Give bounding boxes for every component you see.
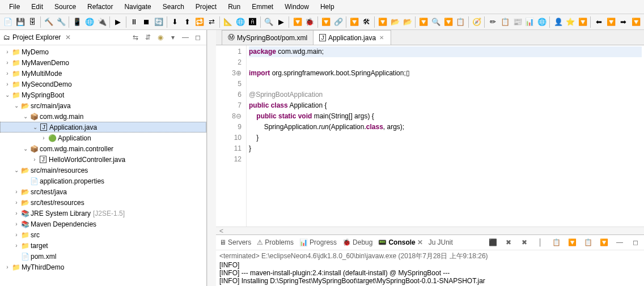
tree-node[interactable]: ›📁MyMultiMode bbox=[0, 68, 206, 79]
expand-icon[interactable]: ⌄ bbox=[12, 167, 20, 173]
console-toolbar-icon[interactable]: ⬛ bbox=[488, 237, 498, 247]
toolbar-button-30[interactable]: 🔽 bbox=[418, 16, 430, 28]
menu-help[interactable]: Help bbox=[315, 1, 340, 12]
toolbar-button-8[interactable]: ▶ bbox=[112, 16, 124, 28]
horizontal-scrollbar[interactable]: < bbox=[216, 227, 644, 234]
toolbar-button-22[interactable]: 🐞 bbox=[304, 16, 316, 28]
toolbar-button-39[interactable]: 🌐 bbox=[536, 16, 548, 28]
expand-icon[interactable]: ⌄ bbox=[22, 146, 29, 152]
expand-icon[interactable]: › bbox=[40, 135, 48, 141]
toolbar-button-19[interactable]: 🔍 bbox=[263, 16, 275, 28]
toolbar-button-44[interactable]: 🔽 bbox=[605, 16, 617, 28]
toolbar-button-5[interactable]: 📱 bbox=[71, 16, 83, 28]
expand-icon[interactable]: ⌄ bbox=[31, 124, 39, 130]
source-text[interactable]: package com.wdg.main;import org.springfr… bbox=[247, 45, 644, 227]
bottom-tab-junit[interactable]: JuJUnit bbox=[429, 238, 453, 246]
expand-icon[interactable]: ⌄ bbox=[3, 92, 11, 98]
tree-node[interactable]: ›📁MyMavenDemo bbox=[0, 57, 206, 68]
collapse-all-icon[interactable]: ⇆ bbox=[130, 32, 141, 42]
tree-node[interactable]: ›📁src bbox=[0, 229, 206, 240]
expand-icon[interactable]: › bbox=[12, 210, 20, 216]
expand-icon[interactable]: › bbox=[3, 264, 11, 270]
editor-tab[interactable]: 🄹Application.java✕ bbox=[313, 30, 391, 45]
tree-node[interactable]: ⌄📁MySpringBoot bbox=[0, 89, 206, 100]
bottom-tab-problems[interactable]: ⚠Problems bbox=[257, 238, 294, 246]
menu-file[interactable]: File bbox=[3, 1, 26, 12]
toolbar-button-7[interactable]: 🔌 bbox=[96, 16, 108, 28]
console-toolbar-icon[interactable]: 📋 bbox=[551, 237, 561, 247]
expand-icon[interactable]: › bbox=[12, 189, 20, 195]
project-tree[interactable]: ›📁MyDemo›📁MyMavenDemo›📁MyMultiMode›📁MySe… bbox=[0, 45, 206, 286]
menu-emmet[interactable]: Emmet bbox=[246, 1, 279, 12]
bottom-tab-console[interactable]: 📟Console ✕ bbox=[378, 238, 422, 246]
console-output[interactable]: <terminated> E:\eclipseNeon4.6\jdk1.8.0_… bbox=[216, 250, 644, 286]
toolbar-button-27[interactable]: 🔽 bbox=[377, 16, 389, 28]
toolbar-button-3[interactable]: 🔨 bbox=[43, 16, 55, 28]
expand-icon[interactable]: › bbox=[12, 221, 20, 227]
bottom-tab-servers[interactable]: 🖥Servers bbox=[219, 238, 251, 246]
tree-node[interactable]: ›📁target bbox=[0, 240, 206, 251]
tree-node[interactable]: ⌄📂src/main/java bbox=[0, 100, 206, 111]
toolbar-button-15[interactable]: ⇄ bbox=[206, 16, 218, 28]
console-toolbar-icon[interactable]: ✖ bbox=[503, 237, 514, 247]
toolbar-button-6[interactable]: 🌐 bbox=[84, 16, 96, 28]
bottom-tab-progress[interactable]: 📊Progress bbox=[299, 238, 337, 246]
tree-node[interactable]: ›📁MySecondDemo bbox=[0, 79, 206, 89]
console-toolbar-icon[interactable]: ― bbox=[615, 237, 625, 247]
tree-node[interactable]: ⌄📂src/main/resources bbox=[0, 165, 206, 176]
console-toolbar-icon[interactable]: 🔽 bbox=[599, 237, 609, 247]
toolbar-button-29[interactable]: 📂 bbox=[401, 16, 413, 28]
expand-icon[interactable]: › bbox=[3, 59, 11, 66]
toolbar-button-1[interactable]: 💾 bbox=[15, 16, 27, 28]
console-toolbar-icon[interactable]: ✖ bbox=[519, 237, 529, 247]
expand-icon[interactable]: › bbox=[12, 232, 20, 238]
menu-edit[interactable]: Edit bbox=[26, 1, 49, 12]
tree-node[interactable]: ⌄🄹Application.java bbox=[0, 122, 206, 133]
close-view-icon[interactable]: ✕ bbox=[65, 33, 71, 41]
view-menu-icon[interactable]: ▾ bbox=[168, 32, 178, 42]
toolbar-button-31[interactable]: 🔍 bbox=[430, 16, 442, 28]
toolbar-button-13[interactable]: ⬆ bbox=[181, 16, 193, 28]
toolbar-button-40[interactable]: 👤 bbox=[552, 16, 564, 28]
toolbar-button-24[interactable]: 🔗 bbox=[332, 16, 344, 28]
toolbar-button-9[interactable]: ⏸ bbox=[129, 16, 141, 28]
menu-run[interactable]: Run bbox=[222, 1, 246, 12]
toolbar-button-17[interactable]: 🌐 bbox=[235, 16, 247, 28]
toolbar-button-4[interactable]: 🔧 bbox=[56, 16, 67, 28]
expand-icon[interactable]: ⌄ bbox=[12, 103, 20, 109]
maximize-icon[interactable]: ◻ bbox=[193, 32, 203, 42]
filter-icon[interactable]: ◉ bbox=[155, 32, 166, 42]
toolbar-button-2[interactable]: 🗄 bbox=[27, 16, 39, 28]
toolbar-button-25[interactable]: 🔽 bbox=[349, 16, 361, 28]
code-editor[interactable]: 123⊕5678⊖9101112 package com.wdg.main;im… bbox=[216, 45, 644, 227]
menu-refactor[interactable]: Refactor bbox=[82, 1, 118, 12]
toolbar-button-20[interactable]: ▶ bbox=[276, 16, 287, 28]
toolbar-button-10[interactable]: ⏹ bbox=[141, 16, 152, 28]
console-toolbar-icon[interactable]: 📋 bbox=[583, 237, 593, 247]
console-toolbar-icon[interactable]: ◻ bbox=[630, 237, 641, 247]
toolbar-button-37[interactable]: 📰 bbox=[511, 16, 523, 28]
tree-node[interactable]: ›📂src/test/resources bbox=[0, 197, 206, 208]
tree-node[interactable]: 📄application.properties bbox=[0, 176, 206, 186]
toolbar-button-11[interactable]: 🔄 bbox=[153, 16, 165, 28]
tree-node[interactable]: ⌄📦com.wdg.main bbox=[0, 111, 206, 122]
expand-icon[interactable]: › bbox=[3, 81, 11, 87]
toolbar-button-34[interactable]: 🧭 bbox=[471, 16, 483, 28]
link-editor-icon[interactable]: ⇵ bbox=[143, 32, 153, 42]
toolbar-button-28[interactable]: 📂 bbox=[389, 16, 401, 28]
menu-navigate[interactable]: Navigate bbox=[118, 1, 156, 12]
tree-node[interactable]: ›📚Maven Dependencies bbox=[0, 219, 206, 229]
toolbar-button-23[interactable]: 🔽 bbox=[320, 16, 332, 28]
toolbar-button-14[interactable]: 🔁 bbox=[194, 16, 206, 28]
close-tab-icon[interactable]: ✕ bbox=[378, 35, 385, 41]
toolbar-button-26[interactable]: 🛠 bbox=[361, 16, 372, 28]
expand-icon[interactable]: › bbox=[3, 49, 11, 55]
minimize-icon[interactable]: ― bbox=[180, 32, 190, 42]
expand-icon[interactable]: › bbox=[31, 156, 39, 163]
toolbar-button-46[interactable]: 🔽 bbox=[630, 16, 642, 28]
tree-node[interactable]: ›🄹HelloWorldController.java bbox=[0, 154, 206, 165]
toolbar-button-42[interactable]: 🔽 bbox=[577, 16, 589, 28]
explorer-scrollbar[interactable] bbox=[207, 30, 216, 286]
editor-tab[interactable]: ⓂMySpringBoot/pom.xml bbox=[222, 30, 313, 45]
toolbar-button-16[interactable]: 📐 bbox=[222, 16, 234, 28]
